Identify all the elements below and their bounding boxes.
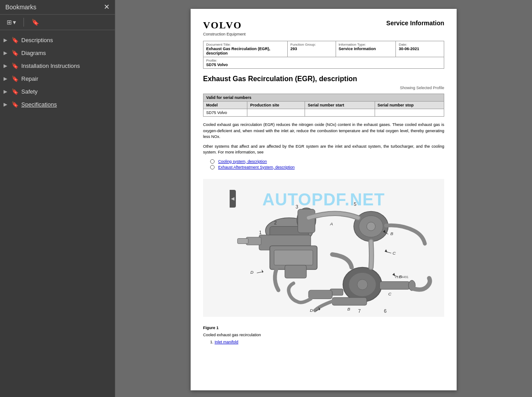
figure-description: Cooled exhaust gas recirculation: [203, 333, 444, 337]
sidebar-item-descriptions[interactable]: ▶ 🔖 Descriptions: [0, 34, 115, 47]
showing-profile-label: Showing Selected Profile: [203, 86, 444, 90]
sidebar-item-specifications[interactable]: ▶ 🔖 Specifications: [0, 98, 115, 111]
logo-area: VOLVO Construction Equipment: [203, 20, 246, 36]
serial-table-row: SD75 Volvo: [203, 109, 444, 117]
link-bullet-icon: [210, 159, 215, 164]
bookmark-icon-repair: 🔖: [12, 75, 19, 82]
dropdown-arrow-icon: ▾: [13, 19, 16, 26]
sidebar-item-label: Specifications: [21, 101, 57, 108]
service-info-title: Service Information: [386, 20, 444, 27]
sidebar-item-label: Safety: [21, 88, 38, 95]
sidebar-items-list: ▶ 🔖 Descriptions ▶ 🔖 Diagrams ▶ 🔖 Instal…: [0, 30, 115, 397]
serial-col-model: Model: [203, 102, 247, 109]
svg-text:B: B: [391, 231, 394, 236]
sidebar-item-repair[interactable]: ▶ 🔖 Repair: [0, 72, 115, 85]
svg-text:B: B: [347, 306, 350, 311]
svg-text:V1114491: V1114491: [395, 275, 408, 279]
chevron-right-icon: ▶: [4, 63, 9, 69]
svg-rect-28: [285, 265, 307, 278]
doc-title-value: Exhaust Gas Recirculation (EGR), descrip…: [206, 47, 285, 55]
svg-text:C: C: [392, 250, 396, 255]
svg-rect-36: [332, 297, 367, 305]
main-content: AUTOPDF.NET VOLVO Construction Equipment…: [115, 0, 532, 397]
doc-title-label: Document Title:: [206, 43, 285, 47]
svg-text:6: 6: [384, 308, 387, 313]
collapse-sidebar-handle[interactable]: ◀: [230, 190, 236, 208]
sidebar-item-label: Descriptions: [21, 37, 53, 43]
svg-rect-35: [309, 290, 332, 299]
aftertreatment-link[interactable]: Exhaust Aftertreatment System, descripti…: [218, 165, 295, 169]
sidebar-item-safety[interactable]: ▶ 🔖 Safety: [0, 85, 115, 98]
svg-text:D: D: [310, 307, 313, 312]
function-group-value: 293: [290, 47, 333, 51]
bookmark-icon: 🔖: [31, 19, 39, 26]
svg-point-31: [357, 279, 368, 289]
serial-col-production: Production site: [247, 102, 305, 109]
svg-rect-7: [298, 209, 315, 232]
figure-caption: Figure 1: [203, 326, 444, 330]
info-type-value: Service Information: [339, 47, 393, 51]
bookmark-icon-specifications: 🔖: [12, 101, 19, 108]
toolbar-separator: [23, 18, 24, 27]
figure-item-num: 1.: [210, 340, 214, 344]
body-paragraph-2: Other systems that affect and are affect…: [203, 144, 444, 156]
serial-start-cell: [305, 109, 375, 117]
list-item: Cooling system, description: [210, 159, 444, 164]
svg-rect-5: [238, 238, 248, 244]
figure-item-1: 1. Inlet manifold: [210, 340, 444, 344]
serial-stop-cell: [375, 109, 444, 117]
volvo-logo: VOLVO: [203, 20, 246, 31]
engine-diagram: 3 5 2 1 A A B C D: [203, 175, 444, 321]
bookmark-button[interactable]: 🔖: [29, 17, 41, 27]
chevron-right-icon: ▶: [4, 37, 9, 43]
body-paragraph-1: Cooled exhaust gas recirculation (EGR) r…: [203, 122, 444, 140]
chevron-right-icon: ▶: [4, 89, 9, 94]
chevron-right-icon: ▶: [4, 102, 9, 107]
construction-equip-label: Construction Equipment: [203, 32, 246, 36]
svg-text:C: C: [388, 291, 392, 296]
bookmark-icon-diagrams: 🔖: [12, 50, 19, 56]
profile-label: Profile:: [206, 59, 441, 63]
grid-view-button[interactable]: ⊞ ▾: [4, 17, 18, 27]
close-button[interactable]: ✕: [104, 4, 110, 11]
sidebar-item-label: Repair: [21, 75, 38, 82]
bookmark-icon-descriptions: 🔖: [12, 37, 19, 43]
info-table: Document Title: Exhaust Gas Recirculatio…: [203, 41, 444, 69]
info-type-label: Information Type:: [339, 43, 393, 47]
svg-text:5: 5: [354, 201, 356, 206]
svg-text:1: 1: [259, 229, 262, 235]
grid-icon: ⊞: [7, 19, 12, 26]
sidebar-item-label: Installation Instructions: [21, 63, 80, 69]
svg-rect-27: [274, 250, 313, 265]
svg-rect-32: [379, 281, 410, 289]
chevron-right-icon: ▶: [4, 50, 9, 56]
date-value: 30-06-2021: [399, 47, 441, 51]
sidebar-item-installation[interactable]: ▶ 🔖 Installation Instructions: [0, 59, 115, 72]
sidebar: Bookmarks ✕ ⊞ ▾ 🔖 ▶ 🔖 Descriptions ▶ 🔖 D…: [0, 0, 115, 397]
svg-point-10: [367, 222, 375, 230]
figure-label: Figure 1: [203, 326, 219, 330]
svg-text:7: 7: [358, 308, 361, 313]
link-bullet-icon: [210, 165, 215, 169]
cooling-system-link[interactable]: Cooling system, description: [218, 159, 267, 164]
bookmark-icon-installation: 🔖: [12, 63, 19, 69]
serial-caption: Valid for serial numbers: [203, 94, 444, 102]
serial-col-stop: Serial number stop: [375, 102, 444, 109]
profile-value: SD75 Volvo: [206, 63, 441, 67]
svg-text:3: 3: [296, 204, 298, 209]
sidebar-toolbar: ⊞ ▾ 🔖: [0, 15, 115, 30]
inlet-manifold-link[interactable]: Inlet manifold: [215, 340, 239, 344]
document-main-title: Exhaust Gas Recirculation (EGR), descrip…: [203, 75, 444, 83]
engine-diagram-svg: 3 5 2 1 A A B C D: [203, 175, 444, 321]
doc-header: VOLVO Construction Equipment Service Inf…: [203, 20, 444, 36]
link-list: Cooling system, description Exhaust Afte…: [210, 159, 444, 169]
sidebar-item-diagrams[interactable]: ▶ 🔖 Diagrams: [0, 47, 115, 59]
function-group-label: Function Group:: [290, 43, 333, 47]
chevron-right-icon: ▶: [4, 76, 9, 82]
sidebar-title: Bookmarks: [5, 4, 36, 11]
sidebar-item-label: Diagrams: [21, 50, 46, 56]
bookmark-icon-safety: 🔖: [12, 88, 19, 95]
serial-numbers-table: Valid for serial numbers Model Productio…: [203, 94, 444, 117]
svg-text:D: D: [250, 270, 254, 275]
svg-text:2: 2: [274, 220, 277, 225]
